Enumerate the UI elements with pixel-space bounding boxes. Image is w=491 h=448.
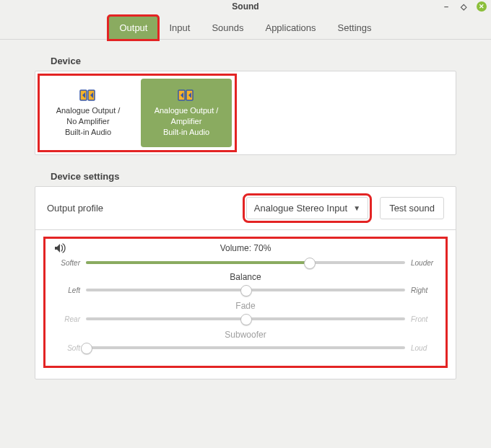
device-card-line: Analogue Output / [155, 105, 219, 116]
output-profile-value: Analogue Stereo Input [254, 203, 347, 214]
device-settings-panel: Output profile Analogue Stereo Input ▼ T… [35, 186, 456, 379]
slider-right-label: Right [411, 286, 437, 294]
slider-left-label: Soft [54, 344, 80, 352]
tab-settings[interactable]: Settings [327, 16, 383, 40]
balance-slider[interactable]: Left Right [54, 285, 437, 295]
slider-left-label: Left [54, 286, 80, 294]
sound-card-icon [176, 88, 196, 102]
device-card-line: Built-in Audio [163, 127, 209, 138]
close-button[interactable]: ✕ [477, 1, 487, 12]
output-profile-label: Output profile [47, 203, 103, 214]
tab-input[interactable]: Input [158, 16, 201, 40]
section-title-device: Device [51, 56, 456, 66]
slider-left-label: Rear [54, 315, 80, 323]
sliders-block: Volume: 70% Softer Louder Balance Left R… [47, 240, 444, 364]
output-profile-dropdown[interactable]: Analogue Stereo Input ▼ [246, 197, 368, 219]
tab-applications[interactable]: Applications [254, 16, 326, 40]
tab-bar: Output Input Sounds Applications Setting… [0, 13, 491, 40]
divider [35, 229, 456, 230]
volume-label: Volume: 70% [220, 243, 271, 253]
slider-right-label: Loud [411, 344, 437, 352]
test-sound-button[interactable]: Test sound [380, 197, 444, 219]
speaker-icon [54, 243, 66, 255]
device-card-line: No Amplifier [66, 116, 109, 127]
sound-card-icon [78, 88, 98, 102]
titlebar: Sound – ◇ ✕ [0, 0, 491, 13]
chevron-down-icon: ▼ [353, 204, 360, 212]
subwoofer-slider[interactable]: Soft Loud [54, 343, 437, 353]
device-card-0[interactable]: Analogue Output / No Amplifier Built-in … [43, 79, 134, 147]
minimize-button[interactable]: – [442, 2, 451, 11]
fade-label: Fade [54, 301, 437, 311]
device-card-1[interactable]: Analogue Output / Amplifier Built-in Aud… [141, 79, 232, 147]
device-card-line: Built-in Audio [65, 127, 111, 138]
tab-output[interactable]: Output [108, 16, 158, 40]
slider-right-label: Louder [411, 259, 437, 267]
device-card-line: Analogue Output / [56, 105, 121, 116]
balance-label: Balance [54, 272, 437, 282]
slider-right-label: Front [411, 315, 437, 323]
device-card-line: Amplifier [171, 116, 202, 127]
device-panel: Analogue Output / No Amplifier Built-in … [35, 71, 456, 155]
section-title-settings: Device settings [51, 171, 456, 182]
volume-slider[interactable]: Softer Louder [54, 258, 437, 268]
slider-left-label: Softer [54, 259, 80, 267]
subwoofer-label: Subwoofer [54, 330, 437, 340]
fade-slider[interactable]: Rear Front [54, 314, 437, 324]
window-title: Sound [232, 1, 258, 12]
maximize-button[interactable]: ◇ [459, 2, 468, 11]
tab-sounds[interactable]: Sounds [201, 16, 254, 40]
